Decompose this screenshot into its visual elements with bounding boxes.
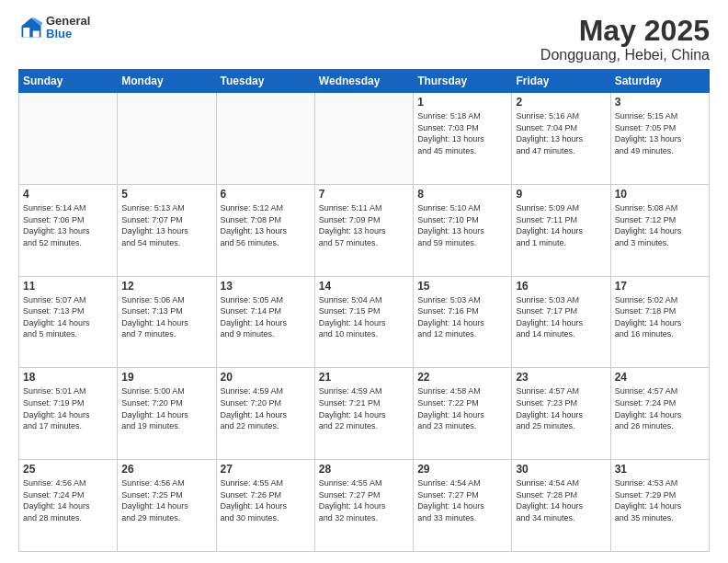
month-title: May 2025 [540, 15, 710, 47]
calendar-cell: 5Sunrise: 5:13 AM Sunset: 7:07 PM Daylig… [118, 184, 216, 276]
calendar-cell: 15Sunrise: 5:03 AM Sunset: 7:16 PM Dayli… [414, 276, 512, 368]
calendar-cell: 13Sunrise: 5:05 AM Sunset: 7:14 PM Dayli… [216, 276, 314, 368]
calendar-cell: 22Sunrise: 4:58 AM Sunset: 7:22 PM Dayli… [414, 368, 512, 460]
calendar-cell: 23Sunrise: 4:57 AM Sunset: 7:23 PM Dayli… [512, 368, 610, 460]
day-info: Sunrise: 4:56 AM Sunset: 7:25 PM Dayligh… [121, 477, 211, 523]
day-info: Sunrise: 4:56 AM Sunset: 7:24 PM Dayligh… [23, 477, 113, 523]
day-number: 14 [319, 280, 409, 293]
day-number: 8 [417, 188, 507, 201]
calendar-cell [118, 93, 216, 185]
calendar-cell: 16Sunrise: 5:03 AM Sunset: 7:17 PM Dayli… [512, 276, 610, 368]
day-info: Sunrise: 4:54 AM Sunset: 7:28 PM Dayligh… [516, 477, 606, 523]
calendar-cell: 14Sunrise: 5:04 AM Sunset: 7:15 PM Dayli… [314, 276, 413, 368]
day-info: Sunrise: 5:12 AM Sunset: 7:08 PM Dayligh… [221, 202, 311, 248]
logo-text: General Blue [46, 15, 90, 41]
day-number: 27 [221, 463, 311, 476]
day-number: 25 [23, 463, 113, 476]
day-info: Sunrise: 5:02 AM Sunset: 7:18 PM Dayligh… [615, 294, 705, 340]
calendar-cell [216, 93, 314, 185]
weekday-header-wednesday: Wednesday [314, 70, 413, 93]
page: General Blue May 2025 Dongguang, Hebei, … [0, 0, 728, 563]
day-number: 26 [121, 463, 211, 476]
day-number: 28 [319, 463, 409, 476]
weekday-header-thursday: Thursday [414, 70, 512, 93]
day-info: Sunrise: 5:00 AM Sunset: 7:20 PM Dayligh… [121, 385, 211, 431]
day-number: 22 [417, 371, 507, 384]
day-number: 20 [221, 371, 311, 384]
calendar-week-2: 11Sunrise: 5:07 AM Sunset: 7:13 PM Dayli… [19, 276, 710, 368]
calendar-cell: 12Sunrise: 5:06 AM Sunset: 7:13 PM Dayli… [118, 276, 216, 368]
day-number: 24 [615, 371, 705, 384]
day-number: 18 [23, 371, 113, 384]
calendar-week-1: 4Sunrise: 5:14 AM Sunset: 7:06 PM Daylig… [19, 184, 710, 276]
weekday-header-row: SundayMondayTuesdayWednesdayThursdayFrid… [19, 70, 710, 93]
weekday-header-monday: Monday [118, 70, 216, 93]
day-info: Sunrise: 5:13 AM Sunset: 7:07 PM Dayligh… [121, 202, 211, 248]
calendar-table: SundayMondayTuesdayWednesdayThursdayFrid… [18, 69, 710, 552]
calendar-cell [314, 93, 413, 185]
calendar-cell: 29Sunrise: 4:54 AM Sunset: 7:27 PM Dayli… [414, 460, 512, 552]
calendar-week-3: 18Sunrise: 5:01 AM Sunset: 7:19 PM Dayli… [19, 368, 710, 460]
day-number: 2 [516, 96, 606, 109]
day-number: 4 [23, 188, 113, 201]
logo: General Blue [18, 15, 90, 41]
calendar-cell: 30Sunrise: 4:54 AM Sunset: 7:28 PM Dayli… [512, 460, 610, 552]
weekday-header-sunday: Sunday [19, 70, 118, 93]
calendar-cell: 8Sunrise: 5:10 AM Sunset: 7:10 PM Daylig… [414, 184, 512, 276]
calendar-cell: 7Sunrise: 5:11 AM Sunset: 7:09 PM Daylig… [314, 184, 413, 276]
day-number: 23 [516, 371, 606, 384]
day-info: Sunrise: 4:53 AM Sunset: 7:29 PM Dayligh… [615, 477, 705, 523]
location-title: Dongguang, Hebei, China [540, 47, 710, 63]
calendar-week-4: 25Sunrise: 4:56 AM Sunset: 7:24 PM Dayli… [19, 460, 710, 552]
day-info: Sunrise: 5:18 AM Sunset: 7:03 PM Dayligh… [417, 110, 507, 156]
calendar-cell: 9Sunrise: 5:09 AM Sunset: 7:11 PM Daylig… [512, 184, 610, 276]
day-number: 11 [23, 280, 113, 293]
calendar-cell: 11Sunrise: 5:07 AM Sunset: 7:13 PM Dayli… [19, 276, 118, 368]
logo-general-text: General [46, 15, 90, 28]
day-number: 12 [121, 280, 211, 293]
day-number: 31 [615, 463, 705, 476]
day-info: Sunrise: 5:06 AM Sunset: 7:13 PM Dayligh… [121, 294, 211, 340]
day-info: Sunrise: 5:09 AM Sunset: 7:11 PM Dayligh… [516, 202, 606, 248]
day-info: Sunrise: 5:05 AM Sunset: 7:14 PM Dayligh… [221, 294, 311, 340]
day-number: 10 [615, 188, 705, 201]
day-number: 9 [516, 188, 606, 201]
calendar-cell: 4Sunrise: 5:14 AM Sunset: 7:06 PM Daylig… [19, 184, 118, 276]
day-info: Sunrise: 5:03 AM Sunset: 7:16 PM Dayligh… [417, 294, 507, 340]
calendar-cell: 18Sunrise: 5:01 AM Sunset: 7:19 PM Dayli… [19, 368, 118, 460]
calendar-cell: 20Sunrise: 4:59 AM Sunset: 7:20 PM Dayli… [216, 368, 314, 460]
day-number: 21 [319, 371, 409, 384]
day-number: 17 [615, 280, 705, 293]
calendar-cell: 27Sunrise: 4:55 AM Sunset: 7:26 PM Dayli… [216, 460, 314, 552]
header: General Blue May 2025 Dongguang, Hebei, … [18, 15, 710, 63]
day-info: Sunrise: 5:03 AM Sunset: 7:17 PM Dayligh… [516, 294, 606, 340]
day-number: 3 [615, 96, 705, 109]
weekday-header-tuesday: Tuesday [216, 70, 314, 93]
day-info: Sunrise: 5:08 AM Sunset: 7:12 PM Dayligh… [615, 202, 705, 248]
calendar-cell: 2Sunrise: 5:16 AM Sunset: 7:04 PM Daylig… [512, 93, 610, 185]
svg-rect-3 [23, 28, 29, 38]
calendar-cell [19, 93, 118, 185]
day-info: Sunrise: 4:58 AM Sunset: 7:22 PM Dayligh… [417, 385, 507, 431]
day-info: Sunrise: 5:01 AM Sunset: 7:19 PM Dayligh… [23, 385, 113, 431]
day-info: Sunrise: 5:10 AM Sunset: 7:10 PM Dayligh… [417, 202, 507, 248]
day-number: 19 [121, 371, 211, 384]
weekday-header-friday: Friday [512, 70, 610, 93]
calendar-cell: 25Sunrise: 4:56 AM Sunset: 7:24 PM Dayli… [19, 460, 118, 552]
day-number: 7 [319, 188, 409, 201]
day-info: Sunrise: 4:55 AM Sunset: 7:26 PM Dayligh… [221, 477, 311, 523]
day-number: 5 [121, 188, 211, 201]
day-info: Sunrise: 5:14 AM Sunset: 7:06 PM Dayligh… [23, 202, 113, 248]
calendar-cell: 1Sunrise: 5:18 AM Sunset: 7:03 PM Daylig… [414, 93, 512, 185]
calendar-week-0: 1Sunrise: 5:18 AM Sunset: 7:03 PM Daylig… [19, 93, 710, 185]
day-info: Sunrise: 4:59 AM Sunset: 7:20 PM Dayligh… [221, 385, 311, 431]
calendar-cell: 31Sunrise: 4:53 AM Sunset: 7:29 PM Dayli… [610, 460, 709, 552]
day-number: 15 [417, 280, 507, 293]
logo-icon [18, 15, 44, 40]
day-info: Sunrise: 4:54 AM Sunset: 7:27 PM Dayligh… [417, 477, 507, 523]
day-info: Sunrise: 4:57 AM Sunset: 7:24 PM Dayligh… [615, 385, 705, 431]
calendar-cell: 6Sunrise: 5:12 AM Sunset: 7:08 PM Daylig… [216, 184, 314, 276]
day-info: Sunrise: 4:55 AM Sunset: 7:27 PM Dayligh… [319, 477, 409, 523]
day-number: 16 [516, 280, 606, 293]
calendar-cell: 3Sunrise: 5:15 AM Sunset: 7:05 PM Daylig… [610, 93, 709, 185]
